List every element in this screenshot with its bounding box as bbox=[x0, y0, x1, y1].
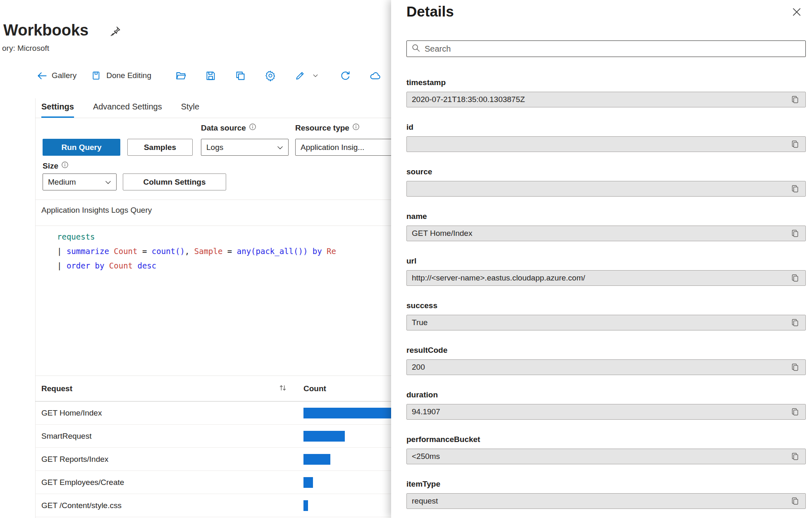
field-value[interactable]: request bbox=[406, 493, 806, 509]
details-panel: Details timestamp 2020-07-21T18:35:00.13… bbox=[391, 0, 812, 518]
field-value[interactable]: http://<server-name>.eastus.cloudapp.azu… bbox=[406, 270, 806, 286]
field-value[interactable]: 94.1907 bbox=[406, 404, 806, 420]
close-icon bbox=[791, 12, 802, 19]
count-bar bbox=[303, 454, 330, 465]
field-label: name bbox=[406, 211, 806, 221]
detail-field: performanceBucket <250ms bbox=[406, 435, 806, 464]
detail-field: source bbox=[406, 167, 806, 197]
copy-button[interactable] bbox=[791, 229, 800, 238]
field-label: timestamp bbox=[406, 78, 806, 88]
copy-button[interactable] bbox=[791, 140, 800, 149]
settings-button[interactable] bbox=[265, 70, 276, 81]
size-dropdown[interactable]: Medium bbox=[43, 173, 117, 190]
tab-advanced-settings[interactable]: Advanced Settings bbox=[93, 102, 162, 118]
refresh-button[interactable] bbox=[340, 70, 351, 81]
copy-button[interactable] bbox=[791, 273, 800, 283]
pin-button[interactable] bbox=[110, 26, 122, 38]
chevron-down-icon bbox=[277, 143, 283, 152]
kql-query-editor[interactable]: requests| summarize Count = count(), Sam… bbox=[57, 230, 336, 273]
gear-icon bbox=[265, 70, 276, 81]
tab-style[interactable]: Style bbox=[181, 102, 199, 118]
count-bar bbox=[303, 431, 345, 442]
field-label: success bbox=[406, 301, 806, 311]
details-fields: timestamp 2020-07-21T18:35:00.1303875Z i… bbox=[406, 78, 806, 509]
field-value[interactable]: <250ms bbox=[406, 449, 806, 464]
field-value-text: 94.1907 bbox=[412, 407, 791, 416]
save-button[interactable] bbox=[205, 70, 217, 81]
chevron-down-icon bbox=[312, 72, 319, 79]
detail-field: itemType request bbox=[406, 479, 806, 509]
done-editing-label: Done Editing bbox=[106, 71, 151, 80]
detail-field: success True bbox=[406, 301, 806, 330]
info-icon bbox=[249, 123, 256, 133]
pencil-icon bbox=[295, 70, 306, 81]
field-value[interactable] bbox=[406, 181, 806, 197]
request-cell: SmartRequest bbox=[41, 432, 91, 441]
request-cell: GET Employees/Create bbox=[41, 478, 124, 487]
field-value[interactable] bbox=[406, 136, 806, 152]
column-settings-button[interactable]: Column Settings bbox=[123, 173, 226, 190]
toolbar: Gallery Done Editing bbox=[36, 67, 399, 84]
request-cell: GET /Content/style.css bbox=[41, 501, 122, 510]
sort-icon[interactable] bbox=[278, 383, 287, 394]
open-button[interactable] bbox=[175, 70, 187, 81]
copy-button[interactable] bbox=[791, 452, 800, 461]
field-value-text: <250ms bbox=[412, 452, 791, 461]
field-value-text: 2020-07-21T18:35:00.1303875Z bbox=[412, 95, 791, 104]
request-cell: GET Reports/Index bbox=[41, 455, 108, 464]
request-column-header[interactable]: Request bbox=[41, 384, 72, 393]
field-value[interactable]: 2020-07-21T18:35:00.1303875Z bbox=[406, 92, 806, 107]
count-column-header[interactable]: Count bbox=[303, 384, 326, 393]
chevron-down-icon bbox=[105, 178, 111, 187]
copy-button[interactable] bbox=[791, 497, 800, 506]
details-panel-title: Details bbox=[406, 3, 454, 20]
search-input[interactable] bbox=[425, 44, 801, 54]
copy-button[interactable] bbox=[791, 318, 800, 327]
count-bar bbox=[303, 500, 308, 511]
save-as-button[interactable] bbox=[235, 70, 246, 81]
request-cell: GET Home/Index bbox=[41, 409, 102, 418]
detail-field: id bbox=[406, 122, 806, 152]
field-value-text: True bbox=[412, 318, 791, 327]
folder-icon bbox=[175, 70, 187, 81]
detail-field: timestamp 2020-07-21T18:35:00.1303875Z bbox=[406, 78, 806, 107]
copy-button[interactable] bbox=[791, 363, 800, 372]
field-value[interactable]: True bbox=[406, 315, 806, 330]
field-value[interactable]: GET Home/Index bbox=[406, 226, 806, 241]
field-value-text: request bbox=[412, 497, 791, 506]
page-title: Workbooks bbox=[3, 21, 88, 39]
detail-field: name GET Home/Index bbox=[406, 211, 806, 241]
tab-settings[interactable]: Settings bbox=[41, 102, 74, 118]
copy-button[interactable] bbox=[791, 184, 800, 193]
detail-field: resultCode 200 bbox=[406, 345, 806, 375]
data-source-dropdown[interactable]: Logs bbox=[201, 139, 289, 156]
edit-menu-button[interactable] bbox=[312, 70, 319, 81]
pin-icon bbox=[110, 31, 121, 38]
run-query-button[interactable]: Run Query bbox=[43, 139, 120, 156]
copy-icon bbox=[235, 70, 246, 81]
samples-button[interactable]: Samples bbox=[127, 139, 193, 156]
field-label: url bbox=[406, 256, 806, 266]
field-label: source bbox=[406, 167, 806, 177]
refresh-icon bbox=[340, 70, 351, 81]
close-button[interactable] bbox=[791, 7, 804, 19]
details-search bbox=[406, 40, 806, 57]
resource-type-label: Resource type bbox=[295, 123, 360, 133]
field-value-text: 200 bbox=[412, 363, 791, 372]
field-value-text: GET Home/Index bbox=[412, 229, 791, 238]
edit-button[interactable] bbox=[294, 70, 306, 81]
done-editing-button[interactable]: Done Editing bbox=[91, 70, 151, 81]
info-icon bbox=[352, 123, 360, 133]
done-editing-icon bbox=[91, 70, 102, 81]
share-button[interactable] bbox=[370, 70, 381, 81]
gallery-category: ory: Microsoft bbox=[2, 44, 49, 53]
field-label: id bbox=[406, 122, 806, 132]
copy-button[interactable] bbox=[791, 95, 800, 104]
field-value[interactable]: 200 bbox=[406, 359, 806, 375]
query-header: Application Insights Logs Query bbox=[41, 206, 152, 215]
gallery-button[interactable]: Gallery bbox=[36, 70, 76, 81]
count-bar bbox=[303, 477, 313, 488]
search-icon bbox=[411, 43, 420, 54]
copy-button[interactable] bbox=[791, 407, 800, 416]
info-icon bbox=[61, 161, 69, 171]
